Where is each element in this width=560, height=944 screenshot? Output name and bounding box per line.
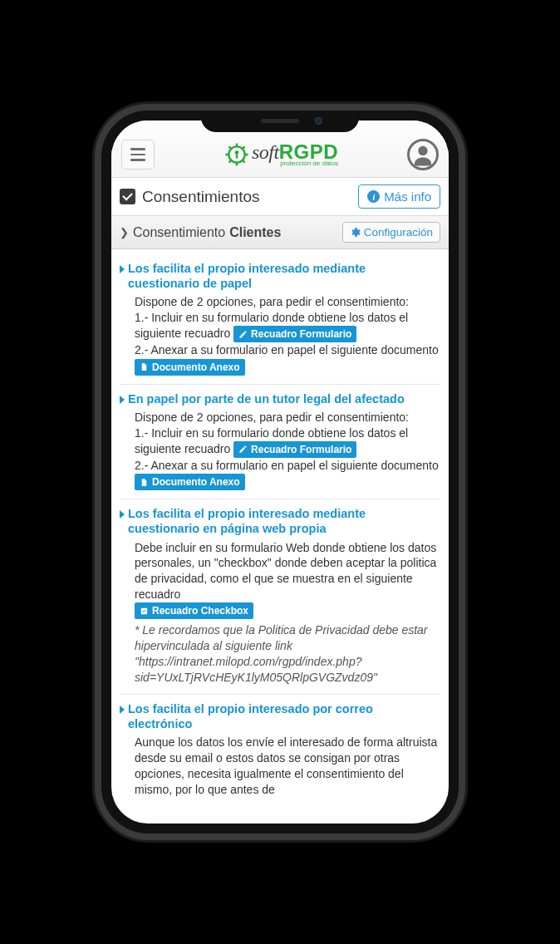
- list-item: Los facilita el propio interesado median…: [120, 499, 440, 695]
- config-label: Configuración: [364, 226, 433, 238]
- item-body: Dispone de 2 opciones, para pedir el con…: [120, 406, 440, 490]
- item-line: 2.- Anexar a su formulario en papel el s…: [135, 343, 439, 356]
- item-body: Debe incluir en su formulario Web donde …: [120, 537, 440, 686]
- chevron-right-icon: ❯: [120, 226, 129, 238]
- list-item: Los facilita el propio interesado median…: [120, 254, 440, 385]
- subheader-title[interactable]: ❯ Consentimiento Clientes: [120, 225, 281, 240]
- edit-icon: [238, 445, 248, 454]
- item-intro: Dispone de 2 opciones, para pedir el con…: [135, 410, 440, 425]
- logo-tagline: protección de datos: [280, 160, 338, 166]
- caret-right-icon: [120, 396, 125, 404]
- logo-gear-icon: [224, 141, 250, 168]
- subheader-strong: Clientes: [229, 225, 281, 240]
- documento-anexo-button[interactable]: Documento Anexo: [135, 474, 245, 490]
- subheader: ❯ Consentimiento Clientes Configuración: [111, 215, 449, 249]
- badge-label: Documento Anexo: [152, 361, 240, 374]
- badge-label: Documento Anexo: [152, 475, 240, 489]
- file-icon: [140, 478, 149, 487]
- caret-right-icon: [120, 265, 125, 273]
- item-body: Aunque los datos los envíe el interesado…: [120, 731, 440, 798]
- logo-text-soft: soft: [252, 141, 279, 163]
- recuadro-formulario-button[interactable]: Recuadro Formulario: [233, 441, 356, 458]
- item-toggle[interactable]: En papel por parte de un tutor legal del…: [120, 391, 440, 406]
- caret-right-icon: [120, 510, 125, 519]
- content-list: Los facilita el propio interesado median…: [111, 249, 449, 824]
- phone-notch: [201, 111, 359, 132]
- item-title: Los facilita el propio interesado median…: [128, 261, 440, 291]
- item-title: Los facilita el propio interesado por co…: [128, 701, 440, 731]
- config-button[interactable]: Configuración: [342, 222, 440, 243]
- badge-label: Recuadro Checkbox: [152, 604, 248, 617]
- item-toggle[interactable]: Los facilita el propio interesado median…: [120, 506, 440, 536]
- item-title: Los facilita el propio interesado median…: [128, 506, 440, 536]
- caret-right-icon: [120, 706, 125, 714]
- item-text: Debe incluir en su formulario Web donde …: [135, 540, 440, 603]
- gear-icon: [350, 227, 361, 238]
- item-body: Dispone de 2 opciones, para pedir el con…: [120, 291, 440, 375]
- phone-frame: softRGPD protección de datos Consentimie…: [101, 111, 459, 833]
- badge-label: Recuadro Formulario: [251, 327, 351, 341]
- item-text: Aunque los datos los envíe el interesado…: [135, 735, 440, 798]
- svg-rect-2: [236, 154, 238, 159]
- app-logo: softRGPD protección de datos: [224, 141, 338, 168]
- item-title: En papel por parte de un tutor legal del…: [128, 391, 405, 406]
- menu-button[interactable]: [121, 140, 155, 170]
- app-screen: softRGPD protección de datos Consentimie…: [111, 120, 449, 824]
- recuadro-formulario-button[interactable]: Recuadro Formulario: [233, 326, 356, 342]
- checkbox-icon: [140, 607, 149, 616]
- recuadro-checkbox-button[interactable]: Recuadro Checkbox: [135, 602, 253, 619]
- more-info-label: Más info: [384, 189, 431, 204]
- title-row: Consentimientos i Más info: [111, 178, 449, 215]
- list-item: Los facilita el propio interesado por co…: [120, 695, 440, 806]
- check-icon: [120, 189, 135, 204]
- item-intro: Dispone de 2 opciones, para pedir el con…: [135, 294, 440, 310]
- file-icon: [140, 362, 149, 371]
- item-line: 2.- Anexar a su formulario en papel el s…: [135, 459, 439, 472]
- badge-label: Recuadro Formulario: [251, 443, 351, 456]
- avatar-button[interactable]: [407, 139, 439, 170]
- documento-anexo-button[interactable]: Documento Anexo: [135, 359, 245, 376]
- subheader-prefix: Consentimiento: [133, 225, 225, 240]
- more-info-button[interactable]: i Más info: [358, 184, 440, 209]
- item-toggle[interactable]: Los facilita el propio interesado median…: [120, 261, 440, 291]
- info-icon: i: [367, 190, 380, 203]
- edit-icon: [238, 330, 248, 339]
- page-title: Consentimientos: [142, 188, 260, 206]
- list-item: En papel por parte de un tutor legal del…: [120, 385, 440, 500]
- item-toggle[interactable]: Los facilita el propio interesado por co…: [120, 701, 440, 731]
- item-note: * Le recordamos que la Politica de Priva…: [135, 622, 440, 686]
